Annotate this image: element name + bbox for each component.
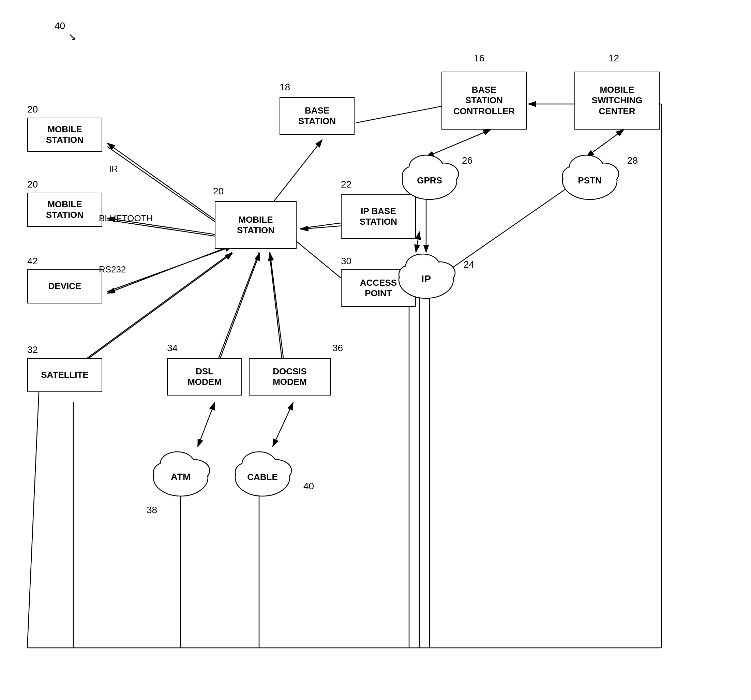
msc-box: MOBILESWITCHINGCENTER <box>575 72 660 130</box>
svg-text:ATM: ATM <box>171 471 191 482</box>
bsc-box: BASESTATIONCONTROLLER <box>442 72 527 130</box>
ref-36: 36 <box>332 343 343 354</box>
arrow-40: ↘ <box>68 31 77 43</box>
ref-20-mid: 20 <box>27 179 38 190</box>
svg-text:PSTN: PSTN <box>578 175 601 185</box>
svg-line-7 <box>107 246 232 293</box>
pstn-cloud: PSTN <box>552 143 627 205</box>
rs232-label: RS232 <box>99 264 126 275</box>
ref-26: 26 <box>462 155 473 166</box>
svg-line-38 <box>27 385 39 648</box>
svg-line-13 <box>215 252 259 368</box>
svg-line-9 <box>266 140 322 212</box>
ref-42: 42 <box>27 256 38 267</box>
ref-12: 12 <box>609 53 619 64</box>
ref-30: 30 <box>341 256 351 267</box>
ref-24: 24 <box>464 259 474 270</box>
ref-22: 22 <box>341 179 351 190</box>
ref-32: 32 <box>27 345 38 355</box>
svg-line-19 <box>356 104 453 123</box>
base-station-box: BASESTATION <box>280 97 355 135</box>
ip-cloud: IP <box>389 242 464 303</box>
svg-line-15 <box>269 252 283 368</box>
svg-text:CABLE: CABLE <box>247 472 278 482</box>
cable-cloud: CABLE <box>225 440 300 501</box>
mobile-station-center: MOBILESTATION <box>215 201 297 249</box>
ref-34: 34 <box>167 343 178 354</box>
mobile-station-mid: MOBILESTATION <box>27 193 102 227</box>
svg-line-16 <box>270 253 285 368</box>
ir-label: IR <box>109 164 118 174</box>
ref-16: 16 <box>474 53 484 64</box>
ref-40-topleft: 40 <box>54 20 65 31</box>
ref-28: 28 <box>627 155 638 166</box>
svg-text:GPRS: GPRS <box>417 175 442 185</box>
gprs-cloud: GPRS <box>392 143 467 205</box>
ref-38: 38 <box>147 505 157 516</box>
ref-20-top: 20 <box>27 104 38 115</box>
ref-20-center: 20 <box>213 186 224 197</box>
satellite-box: SATELLITE <box>27 358 102 392</box>
svg-line-8 <box>107 246 232 292</box>
dsl-modem-box: DSLMODEM <box>167 358 242 396</box>
mobile-station-top: MOBILESTATION <box>27 117 102 152</box>
diagram: 40 ↘ MOBILESTATION 20 MOBILESTATION 20 M… <box>0 0 751 700</box>
svg-text:IP: IP <box>421 273 431 284</box>
docsis-modem-box: DOCSISMODEM <box>249 358 331 396</box>
ref-40-cable: 40 <box>303 481 314 492</box>
svg-line-14 <box>216 253 260 368</box>
ref-18: 18 <box>280 82 290 93</box>
bluetooth-label: BLUETOOTH <box>99 213 153 224</box>
atm-cloud: ATM <box>143 440 218 501</box>
device-box: DEVICE <box>27 269 102 303</box>
